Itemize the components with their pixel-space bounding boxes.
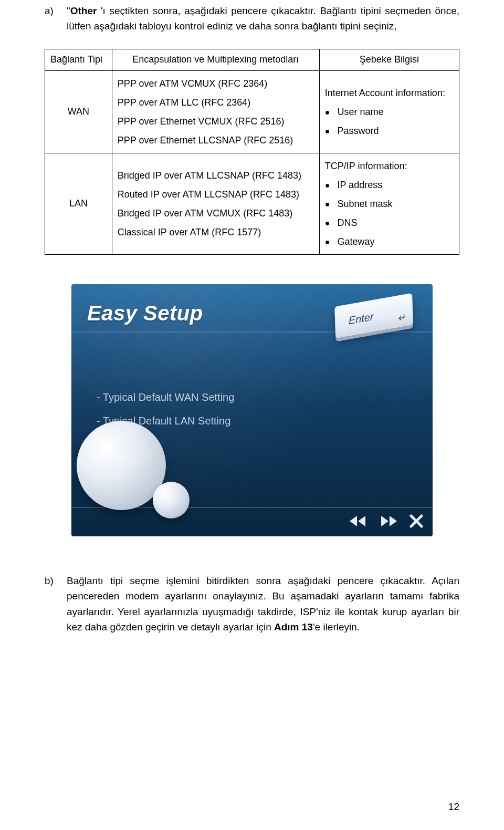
table-row-lan: LAN Bridged IP over ATM LLCSNAP (RFC 148… <box>45 153 459 254</box>
wan-label: WAN <box>45 70 112 153</box>
easy-setup-bullet: - Typical Default WAN Setting <box>97 389 234 406</box>
enter-key-illustration: Enter ↵ <box>315 284 433 356</box>
wan-info-item: Password <box>325 121 454 140</box>
wan-methods-cell: PPP over ATM VCMUX (RFC 2364) PPP over A… <box>112 70 319 153</box>
other-label-bold: Other <box>70 5 97 16</box>
wan-method: PPP over Ethernet LLCSNAP (RFC 2516) <box>118 131 314 150</box>
wizard-controls <box>349 510 423 532</box>
close-button[interactable] <box>410 514 423 528</box>
list-item-b: b) Bağlantı tipi seçme işlemini bitirdik… <box>45 573 459 635</box>
lan-method: Routed IP over ATM LLCSNAP (RFC 1483) <box>118 185 314 204</box>
list-item-a: a) "Other 'ı seçtikten sonra, aşağıdaki … <box>45 3 459 34</box>
page-number: 12 <box>448 799 459 814</box>
back-button[interactable] <box>349 514 368 528</box>
lan-info-item: IP address <box>325 175 454 194</box>
lan-info-title: TCP/IP information: <box>325 157 454 175</box>
rewind-icon <box>349 514 368 528</box>
quote-open: " <box>67 5 70 16</box>
connection-table: Bağlantı Tipi Encapsulation ve Multiplex… <box>45 49 459 255</box>
wan-method: PPP over Ethernet VCMUX (RFC 2516) <box>118 112 314 131</box>
list-body-b: Bağlantı tipi seçme işlemini bitirdikten… <box>67 573 459 635</box>
col-header-type: Bağlantı Tipi <box>45 49 112 70</box>
lan-method: Bridged IP over ATM VCMUX (RFC 1483) <box>118 204 314 223</box>
wan-info-item: User name <box>325 102 454 121</box>
easy-setup-graphic: Easy Setup Enter ↵ - Typical Default WAN… <box>71 284 433 536</box>
lan-method: Classical IP over ATM (RFC 1577) <box>118 223 314 242</box>
col-header-info: Şebeke Bilgisi <box>319 49 459 70</box>
col-header-method: Encapsulation ve Multiplexing metodları <box>112 49 319 70</box>
forward-icon <box>379 514 398 528</box>
lan-label: LAN <box>45 153 112 254</box>
outro-text-suffix: 'e ilerleyin. <box>313 621 360 632</box>
easy-setup-panel: Easy Setup Enter ↵ - Typical Default WAN… <box>71 284 433 536</box>
sphere-small-icon <box>153 482 190 518</box>
table-header-row: Bağlantı Tipi Encapsulation ve Multiplex… <box>45 49 459 70</box>
list-body-a: "Other 'ı seçtikten sonra, aşağıdaki pen… <box>67 3 459 34</box>
lan-method: Bridged IP over ATM LLCSNAP (RFC 1483) <box>118 166 314 185</box>
easy-setup-title: Easy Setup <box>87 297 203 329</box>
svg-marker-0 <box>350 516 357 526</box>
svg-marker-1 <box>358 516 365 526</box>
close-icon <box>410 514 423 528</box>
list-marker-b: b) <box>45 573 57 635</box>
lan-info-item: DNS <box>325 213 454 232</box>
lan-methods-cell: Bridged IP over ATM LLCSNAP (RFC 1483) R… <box>112 153 319 254</box>
svg-marker-3 <box>390 516 397 526</box>
wan-method: PPP over ATM LLC (RFC 2364) <box>118 93 314 112</box>
outro-text-prefix: Bağlantı tipi seçme işlemini bitirdikten… <box>67 575 459 632</box>
wan-info-cell: Internet Account information: User name … <box>319 70 459 153</box>
wan-method: PPP over ATM VCMUX (RFC 2364) <box>118 74 314 93</box>
intro-text-a: 'ı seçtikten sonra, aşağıdaki pencere çı… <box>67 5 459 32</box>
lan-info-item: Subnet mask <box>325 194 454 213</box>
table-row-wan: WAN PPP over ATM VCMUX (RFC 2364) PPP ov… <box>45 70 459 153</box>
next-button[interactable] <box>379 514 398 528</box>
lan-info-item: Gateway <box>325 232 454 251</box>
outro-text-bold: Adım 13 <box>274 621 313 632</box>
lan-info-cell: TCP/IP information: IP address Subnet ma… <box>319 153 459 254</box>
svg-marker-2 <box>381 516 388 526</box>
list-marker-a: a) <box>45 3 57 34</box>
wan-info-title: Internet Account information: <box>325 84 454 102</box>
enter-arrow-icon: ↵ <box>398 310 406 326</box>
